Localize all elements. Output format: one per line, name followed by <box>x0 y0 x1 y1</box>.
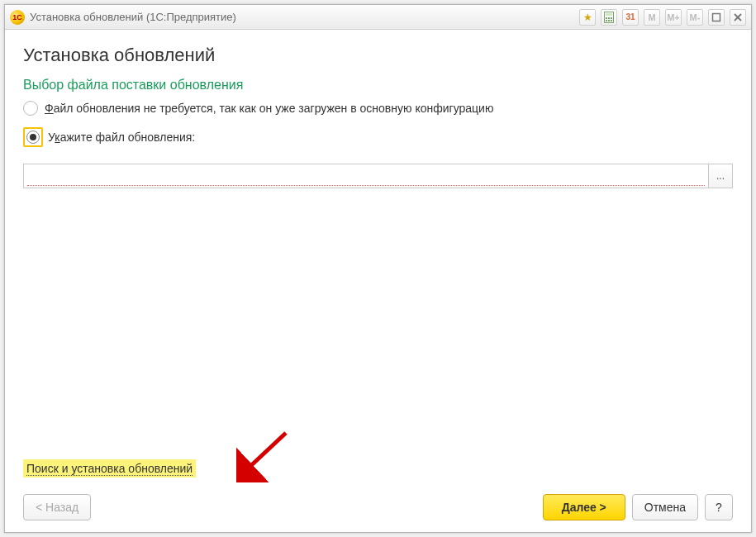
titlebar: 1C Установка обновлений (1С:Предприятие)… <box>5 5 751 30</box>
calendar-day: 31 <box>625 12 635 21</box>
calendar-icon[interactable]: 31 <box>622 9 639 26</box>
section-title: Выбор файла поставки обновления <box>23 78 733 93</box>
close-icon[interactable] <box>730 9 746 26</box>
radio-label-specify-file: Укажите файл обновления: <box>48 131 195 144</box>
calculator-icon[interactable] <box>601 9 617 26</box>
content-area: Установка обновлений Выбор файла поставк… <box>5 30 751 532</box>
next-button[interactable]: Далее > <box>543 494 625 520</box>
cancel-button[interactable]: Отмена <box>632 494 698 520</box>
radio-icon-selected <box>23 127 43 147</box>
memory-m-button[interactable]: M <box>644 9 660 26</box>
app-icon: 1C <box>10 10 25 25</box>
content-spacer <box>23 188 733 459</box>
svg-rect-7 <box>611 20 612 21</box>
radio-label-not-required: Файл обновления не требуется, так как он… <box>45 102 493 115</box>
svg-rect-4 <box>611 17 612 19</box>
window-title: Установка обновлений (1С:Предприятие) <box>30 11 236 23</box>
memory-mminus-button[interactable]: M- <box>687 9 703 26</box>
file-input-row: ... <box>23 164 733 188</box>
button-row: < Назад Далее > Отмена ? <box>23 494 733 520</box>
favorite-icon[interactable]: ★ <box>579 9 596 26</box>
back-button[interactable]: < Назад <box>23 494 91 520</box>
radio-icon <box>23 101 38 116</box>
help-button[interactable]: ? <box>705 494 733 520</box>
radio-option-not-required[interactable]: Файл обновления не требуется, так как он… <box>23 101 733 116</box>
browse-button[interactable]: ... <box>708 164 733 188</box>
svg-rect-6 <box>608 20 610 21</box>
memory-mplus-button[interactable]: M+ <box>665 9 682 26</box>
window-frame: 1C Установка обновлений (1С:Предприятие)… <box>4 4 752 533</box>
search-updates-link[interactable]: Поиск и установка обновлений <box>26 462 193 476</box>
file-path-input[interactable] <box>23 164 708 188</box>
svg-rect-2 <box>606 17 607 19</box>
maximize-icon[interactable] <box>708 9 725 26</box>
search-updates-link-highlight: Поиск и установка обновлений <box>23 459 196 478</box>
app-icon-text: 1C <box>12 13 22 21</box>
svg-rect-5 <box>606 20 607 21</box>
browse-label: ... <box>716 170 725 182</box>
radio-option-specify-file[interactable]: Укажите файл обновления: <box>23 127 733 147</box>
svg-rect-1 <box>606 13 612 16</box>
page-title: Установка обновлений <box>23 45 733 66</box>
svg-rect-3 <box>608 17 610 19</box>
svg-rect-8 <box>713 13 720 21</box>
